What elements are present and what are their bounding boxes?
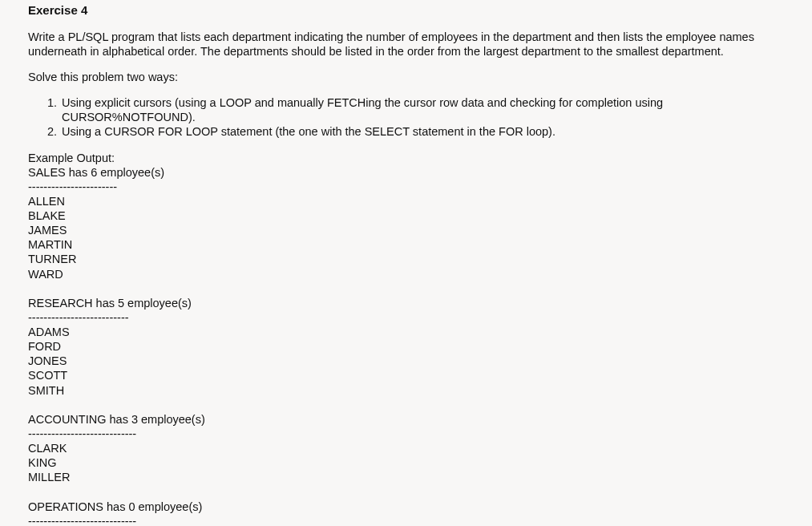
- employee-name: WARD: [28, 268, 63, 281]
- example-label: Example Output:: [28, 152, 115, 164]
- employee-name: BLAKE: [28, 209, 66, 222]
- list-item: Using explicit cursors (using a LOOP and…: [60, 95, 784, 124]
- intro-paragraph: Write a PL/SQL program that lists each d…: [28, 30, 784, 59]
- dept-header: RESEARCH has 5 employee(s): [28, 297, 192, 310]
- employee-name: FORD: [28, 340, 61, 353]
- list-item: Using a CURSOR FOR LOOP statement (the o…: [60, 124, 784, 139]
- employee-name: ALLEN: [28, 195, 65, 208]
- employee-name: CLARK: [28, 442, 67, 455]
- employee-name: JAMES: [28, 224, 67, 237]
- employee-name: TURNER: [28, 253, 76, 265]
- dept-header: OPERATIONS has 0 employee(s): [28, 500, 202, 513]
- dept-header: SALES has 6 employee(s): [28, 166, 164, 179]
- employee-name: SCOTT: [28, 369, 67, 382]
- exercise-title: Exercise 4: [28, 3, 784, 18]
- divider: ----------------------------: [28, 515, 136, 526]
- employee-name: ADAMS: [28, 326, 70, 338]
- exercise-container: Exercise 4 Write a PL/SQL program that l…: [0, 0, 812, 526]
- employee-name: MILLER: [28, 471, 70, 484]
- divider: ----------------------------: [28, 427, 136, 440]
- divider: -----------------------: [28, 180, 117, 193]
- solve-intro: Solve this problem two ways:: [28, 70, 784, 84]
- employee-name: KING: [28, 456, 56, 469]
- divider: --------------------------: [28, 311, 129, 324]
- ways-list: Using explicit cursors (using a LOOP and…: [28, 95, 784, 139]
- employee-name: MARTIN: [28, 238, 72, 251]
- dept-header: ACCOUNTING has 3 employee(s): [28, 413, 205, 426]
- employee-name: JONES: [28, 354, 67, 367]
- example-output: Example Output: SALES has 6 employee(s) …: [28, 151, 784, 527]
- employee-name: SMITH: [28, 384, 64, 397]
